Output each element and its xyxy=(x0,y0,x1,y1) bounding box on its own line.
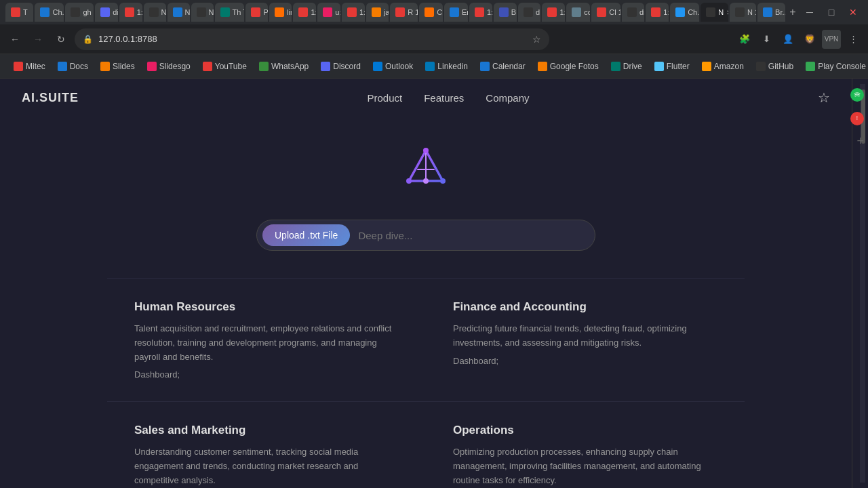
nav-features[interactable]: Features xyxy=(424,92,464,104)
tab-favicon xyxy=(627,7,637,17)
card-ops-title: Operations xyxy=(453,424,717,437)
tab-20[interactable]: Bi xyxy=(494,3,517,22)
tab-26[interactable]: 1: xyxy=(646,3,669,22)
tab-6[interactable]: N xyxy=(144,3,166,22)
bookmark-favicon xyxy=(14,62,23,71)
maximize-button[interactable]: □ xyxy=(822,3,841,22)
tab-9[interactable]: Th Ti xyxy=(215,3,245,22)
tab-27[interactable]: Ch... xyxy=(670,3,699,22)
tab-29[interactable]: N 1 xyxy=(730,3,756,22)
tab-11[interactable]: lir xyxy=(269,3,292,22)
bookmark-discord[interactable]: Discord xyxy=(315,59,366,74)
tab-4[interactable]: di xyxy=(95,3,117,22)
tab-favicon xyxy=(450,7,459,17)
bookmark-calendar[interactable]: Calendar xyxy=(475,59,531,74)
tab-15[interactable]: ja xyxy=(366,3,389,22)
favorite-button[interactable]: ☆ xyxy=(818,89,830,106)
card-finance-link[interactable]: Dashboard; xyxy=(453,356,717,366)
bookmark-slidesgo[interactable]: Slidesgo xyxy=(142,59,196,74)
tab-favicon xyxy=(763,7,772,17)
tab-28-active[interactable]: N ✕ xyxy=(701,3,728,22)
bookmark-favicon xyxy=(611,62,620,71)
brave-icon[interactable]: 🦁 xyxy=(800,30,819,49)
download-icon[interactable]: ⬇ xyxy=(757,30,776,49)
card-hr-desc: Talent acquisition and recruitment, empl… xyxy=(134,322,399,364)
bookmark-linkedin[interactable]: Linkedin xyxy=(420,59,473,74)
add-sidebar-icon[interactable]: + xyxy=(856,134,864,148)
tab-8[interactable]: N xyxy=(191,3,214,22)
tab-5[interactable]: 1: xyxy=(119,3,142,22)
tab-3[interactable]: gh d xyxy=(65,3,94,22)
tab-close-icon[interactable]: ✕ xyxy=(726,9,728,16)
tab-favicon xyxy=(499,7,509,17)
upload-button[interactable]: Upload .txt File xyxy=(262,224,350,246)
tab-2[interactable]: Ch... xyxy=(35,3,64,22)
bookmark-whatsapp[interactable]: WhatsApp xyxy=(254,59,314,74)
svg-point-4 xyxy=(852,90,862,100)
tab-13[interactable]: u: xyxy=(317,3,340,22)
tab-30[interactable]: Br... xyxy=(757,3,785,22)
card-finance-desc: Predicting future financial trends, dete… xyxy=(453,322,717,350)
tab-18[interactable]: Er xyxy=(444,3,468,22)
tab-12[interactable]: 1: xyxy=(293,3,316,22)
tab-favicon xyxy=(323,7,332,17)
tab-favicon xyxy=(298,7,308,17)
tab-10[interactable]: P xyxy=(245,3,268,22)
nav-company[interactable]: Company xyxy=(486,92,529,104)
vpn-icon[interactable]: VPN xyxy=(822,30,841,49)
nav-product[interactable]: Product xyxy=(367,92,402,104)
address-text: 127.0.0.1:8788 xyxy=(98,34,527,44)
search-input[interactable] xyxy=(350,230,591,241)
reload-button[interactable]: ↻ xyxy=(52,30,71,49)
bookmark-amazon[interactable]: Amazon xyxy=(696,59,749,74)
star-icon[interactable]: ☆ xyxy=(532,34,541,45)
bookmark-favicon xyxy=(58,62,67,71)
tab-14[interactable]: 1: xyxy=(342,3,365,22)
tab-favicon xyxy=(475,7,484,17)
tab-favicon xyxy=(220,7,230,17)
spotify-sidebar-icon[interactable] xyxy=(850,88,864,102)
tab-favicon xyxy=(597,7,606,17)
bookmark-favicon xyxy=(259,62,269,71)
tab-7[interactable]: N xyxy=(167,3,190,22)
back-button[interactable]: ← xyxy=(5,30,24,49)
tab-17[interactable]: Cl xyxy=(419,3,443,22)
other-sidebar-icon-1[interactable]: ! xyxy=(850,112,864,125)
brand-logo-icon xyxy=(399,144,453,198)
bookmark-github[interactable]: GitHub xyxy=(751,59,799,74)
bookmark-outlook[interactable]: Outlook xyxy=(368,59,418,74)
new-tab-button[interactable]: + xyxy=(787,3,799,22)
bookmark-favicon xyxy=(480,62,490,71)
bookmark-favicon xyxy=(756,62,766,71)
tab-21[interactable]: di xyxy=(518,3,540,22)
tab-22[interactable]: 1: xyxy=(542,3,565,22)
tab-25[interactable]: di xyxy=(622,3,644,22)
nav-icons: 🧩 ⬇ 👤 🦁 VPN ⋮ xyxy=(735,30,863,49)
bookmark-drive[interactable]: Drive xyxy=(606,59,648,74)
tab-1[interactable]: Te... xyxy=(5,3,33,22)
tab-16[interactable]: R 1: xyxy=(390,3,418,22)
tab-favicon xyxy=(149,7,159,17)
extensions-icon[interactable]: 🧩 xyxy=(735,30,754,49)
tab-19[interactable]: 1: xyxy=(469,3,492,22)
minimize-button[interactable]: ─ xyxy=(800,3,819,22)
bookmark-playconsole[interactable]: Play Console xyxy=(800,59,868,74)
tab-favicon xyxy=(372,7,381,17)
profile-icon[interactable]: 👤 xyxy=(778,30,797,49)
card-sales-desc: Understanding customer sentiment, tracki… xyxy=(134,445,399,487)
bookmark-slides[interactable]: Slides xyxy=(95,59,140,74)
card-hr-link[interactable]: Dashboard; xyxy=(134,369,399,380)
hero-section: Upload .txt File Human Resources Talent … xyxy=(0,117,852,488)
forward-button[interactable]: → xyxy=(28,30,47,49)
bookmark-youtube[interactable]: YouTube xyxy=(197,59,252,74)
tab-24[interactable]: Cl 1: xyxy=(591,3,620,22)
bookmark-mitec[interactable]: Mitec xyxy=(8,59,51,74)
bookmark-docs[interactable]: Docs xyxy=(52,59,94,74)
address-bar[interactable]: 🔒 127.0.0.1:8788 ☆ xyxy=(75,28,549,50)
close-button[interactable]: ✕ xyxy=(844,3,863,22)
card-ops-desc: Optimizing production processes, enhanci… xyxy=(453,445,717,487)
menu-button[interactable]: ⋮ xyxy=(844,30,863,49)
tab-23[interactable]: cc xyxy=(566,3,590,22)
bookmark-flutter[interactable]: Flutter xyxy=(649,59,695,74)
bookmark-gfotos[interactable]: Google Fotos xyxy=(532,59,604,74)
